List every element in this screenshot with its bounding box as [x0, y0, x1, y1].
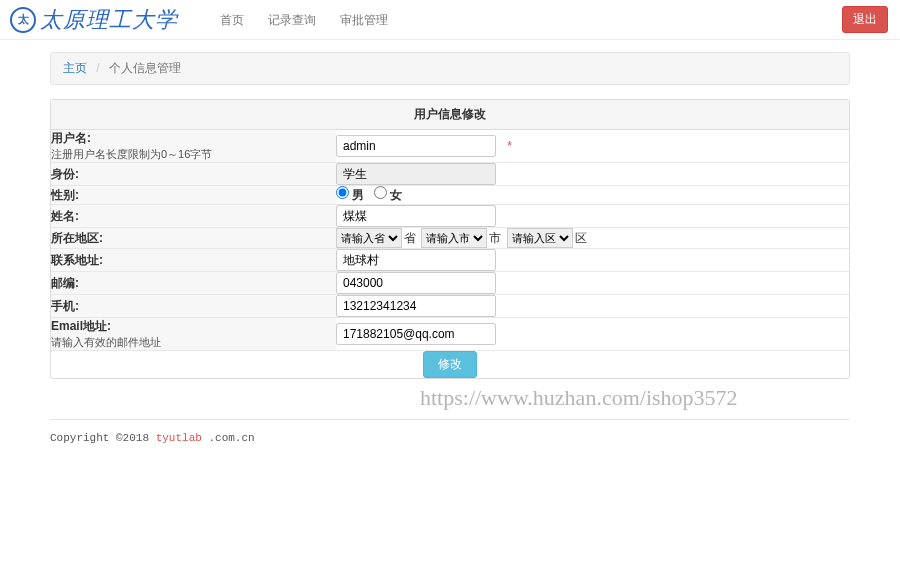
row-postcode: 邮编: [51, 272, 849, 295]
input-postcode[interactable] [336, 272, 496, 294]
input-username[interactable] [336, 135, 496, 157]
label-identity: 身份: [51, 167, 79, 181]
logout-button[interactable]: 退出 [842, 6, 888, 33]
radio-female-label: 女 [390, 188, 402, 202]
label-region: 所在地区: [51, 231, 103, 245]
label-username: 用户名: [51, 131, 91, 145]
breadcrumb-current: 个人信息管理 [109, 61, 181, 75]
watermark-text: https://www.huzhan.com/ishop3572 [420, 385, 738, 411]
label-email: Email地址: [51, 319, 111, 333]
hint-email: 请输入有效的邮件地址 [51, 335, 336, 350]
row-email: Email地址: 请输入有效的邮件地址 [51, 318, 849, 351]
footer-copyright: Copyright ©2018 [50, 432, 156, 444]
row-gender: 性别: 男 女 [51, 186, 849, 205]
top-navbar: 太 太原理工大学 首页 记录查询 审批管理 退出 [0, 0, 900, 40]
row-mobile: 手机: [51, 295, 849, 318]
nav-links: 首页 记录查询 审批管理 [208, 0, 400, 40]
row-region: 所在地区: 请输入省 省 请输入市 市 请输入区 区 [51, 228, 849, 249]
brand-text: 太原理工大学 [40, 5, 178, 35]
form-table: 用户名: 注册用户名长度限制为0～16字节 * 身份: 性别: [51, 130, 849, 378]
required-star-icon: * [507, 139, 512, 153]
label-mobile: 手机: [51, 299, 79, 313]
university-logo-icon: 太 [10, 7, 36, 33]
input-mobile[interactable] [336, 295, 496, 317]
footer-domain: .com.cn [208, 432, 254, 444]
input-identity [336, 163, 496, 185]
submit-button[interactable]: 修改 [423, 351, 477, 378]
suffix-province: 省 [404, 231, 416, 245]
nav-link-records[interactable]: 记录查询 [256, 0, 328, 40]
input-realname[interactable] [336, 205, 496, 227]
form-panel: 用户信息修改 用户名: 注册用户名长度限制为0～16字节 * 身份: [50, 99, 850, 379]
radio-male-wrapper[interactable]: 男 [336, 188, 368, 202]
breadcrumb-home-link[interactable]: 主页 [63, 61, 87, 75]
label-address: 联系地址: [51, 253, 103, 267]
row-identity: 身份: [51, 163, 849, 186]
nav-link-home[interactable]: 首页 [208, 0, 256, 40]
footer-brand: tyutlab [156, 432, 202, 444]
select-city[interactable]: 请输入市 [421, 228, 487, 248]
radio-male[interactable] [336, 186, 349, 199]
suffix-city: 市 [489, 231, 501, 245]
input-address[interactable] [336, 249, 496, 271]
breadcrumb-separator-icon: / [90, 61, 105, 75]
brand: 太 太原理工大学 [10, 5, 178, 35]
row-username: 用户名: 注册用户名长度限制为0～16字节 * [51, 130, 849, 163]
label-realname: 姓名: [51, 209, 79, 223]
row-submit: 修改 [51, 351, 849, 379]
hint-username: 注册用户名长度限制为0～16字节 [51, 147, 336, 162]
label-postcode: 邮编: [51, 276, 79, 290]
suffix-district: 区 [575, 231, 587, 245]
label-gender: 性别: [51, 188, 79, 202]
select-district[interactable]: 请输入区 [507, 228, 573, 248]
input-email[interactable] [336, 323, 496, 345]
row-address: 联系地址: [51, 249, 849, 272]
page-container: 主页 / 个人信息管理 用户信息修改 用户名: 注册用户名长度限制为0～16字节… [50, 52, 850, 379]
radio-female-wrapper[interactable]: 女 [374, 188, 402, 202]
panel-title: 用户信息修改 [51, 100, 849, 130]
row-realname: 姓名: [51, 205, 849, 228]
select-province[interactable]: 请输入省 [336, 228, 402, 248]
breadcrumb: 主页 / 个人信息管理 [50, 52, 850, 85]
radio-female[interactable] [374, 186, 387, 199]
radio-male-label: 男 [352, 188, 364, 202]
page-footer: Copyright ©2018 tyutlab .com.cn [50, 419, 850, 484]
nav-link-approve[interactable]: 审批管理 [328, 0, 400, 40]
